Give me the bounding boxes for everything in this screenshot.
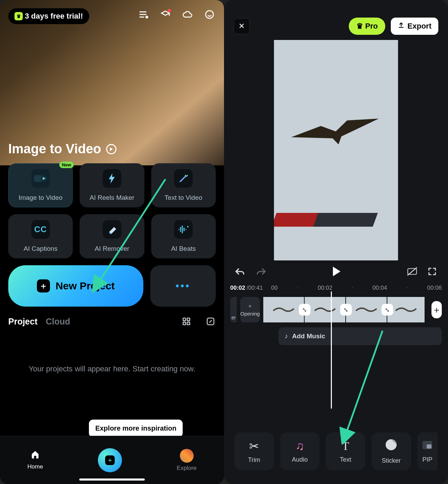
video-preview[interactable]: [274, 40, 398, 260]
close-button[interactable]: ✕: [234, 18, 250, 34]
tray-label: Sticker: [382, 457, 401, 464]
hdr-toggle-button[interactable]: [406, 265, 418, 278]
plus-icon: ＋: [432, 304, 441, 316]
home-icon: [31, 450, 40, 461]
time-current: 00:02: [230, 285, 245, 291]
transition-chip[interactable]: ⤡: [299, 304, 310, 316]
tick: 00: [271, 285, 278, 291]
time-ticks: 00 · 00:02 · 00:04 · 00:06: [264, 285, 442, 291]
more-button[interactable]: •••: [150, 265, 216, 307]
clip-thumb[interactable]: [305, 297, 346, 322]
tray-label: Trim: [248, 456, 260, 464]
tool-image-to-video[interactable]: New Image to Video: [8, 163, 73, 207]
pro-button[interactable]: ♛ Pro: [349, 18, 386, 35]
nav-explore[interactable]: Explore: [177, 449, 197, 472]
hero-title-row[interactable]: Image to Video: [8, 142, 116, 156]
svg-rect-8: [183, 322, 186, 325]
tick-dot: ·: [297, 285, 298, 291]
tool-ai-captions[interactable]: CC AI Captions: [8, 214, 73, 258]
transition-chip[interactable]: ⤡: [340, 304, 352, 316]
tool-ai-beats[interactable]: AI Beats: [151, 214, 216, 258]
tick: 00:04: [373, 285, 387, 291]
transition-chip[interactable]: ⤡: [381, 304, 393, 316]
export-button[interactable]: Export: [391, 18, 438, 35]
tray-trim[interactable]: ✂ Trim: [234, 432, 274, 470]
hero-title: Image to Video: [8, 142, 101, 156]
tray-audio[interactable]: ♫ Audio: [280, 432, 320, 470]
smile-icon[interactable]: [203, 8, 216, 21]
bolt-icon: [103, 169, 121, 188]
new-project-label: New Project: [55, 280, 115, 292]
grid-view-icon[interactable]: [181, 316, 192, 327]
tool-ai-reels[interactable]: AI Reels Maker: [80, 163, 144, 207]
plus-icon: ＋: [37, 279, 50, 292]
svg-rect-9: [187, 322, 190, 325]
crown-icon: ♛: [14, 12, 23, 20]
tool-text-to-video[interactable]: Text to Video: [151, 163, 216, 207]
settings-lines-icon[interactable]: [137, 8, 150, 21]
play-button[interactable]: [330, 265, 343, 278]
pip-icon: [422, 439, 433, 453]
explore-tooltip: Explore more inspiration: [89, 420, 183, 437]
editor-topbar: ✕ ♛ Pro Export: [224, 12, 448, 40]
play-circle-icon: [106, 144, 116, 154]
svg-rect-7: [187, 318, 190, 321]
empty-projects-message: Your projects will appear here. Start cr…: [0, 327, 224, 373]
opening-clip[interactable]: ＋ Opening: [240, 297, 260, 322]
tools-grid: New Image to Video AI Reels Maker Text t…: [0, 163, 224, 258]
clip-stub[interactable]: er: [230, 297, 237, 322]
free-trial-label: 3 days free trial!: [25, 12, 83, 21]
svg-point-4: [187, 175, 188, 176]
tray-label: Audio: [292, 456, 308, 463]
education-icon[interactable]: [159, 8, 172, 21]
tray-text[interactable]: T Text: [326, 432, 365, 470]
tool-ai-remover[interactable]: AI Remover: [80, 214, 144, 258]
new-project-button[interactable]: ＋ New Project: [8, 265, 143, 307]
tool-label: AI Beats: [171, 245, 196, 253]
close-icon: ✕: [238, 22, 245, 31]
edit-square-icon[interactable]: [205, 316, 216, 327]
tick-dot: ·: [352, 285, 353, 291]
tick: 00:02: [318, 285, 333, 291]
opening-label: Opening: [240, 311, 260, 317]
cloud-icon[interactable]: [181, 8, 194, 21]
clip-thumb[interactable]: [263, 297, 305, 322]
tray-pip[interactable]: PIP: [417, 432, 438, 470]
cc-icon: CC: [31, 220, 50, 239]
topbar-icons: [137, 8, 216, 21]
tray-label: Text: [340, 456, 351, 463]
pencil-icon: [174, 169, 193, 188]
clips-row: er ＋ Opening ⤡ ⤡ ⤡: [230, 297, 442, 322]
lower-third-overlay: [274, 209, 373, 227]
fullscreen-button[interactable]: [426, 265, 438, 278]
svg-point-5: [187, 226, 189, 227]
scissors-icon: ✂: [249, 439, 259, 453]
tab-cloud[interactable]: Cloud: [46, 317, 70, 327]
undo-button[interactable]: [234, 265, 246, 278]
tab-project[interactable]: Project: [8, 317, 38, 327]
explore-avatar-icon: [180, 449, 194, 463]
video-track[interactable]: ⤡ ⤡ ⤡: [263, 297, 425, 322]
add-clip-button[interactable]: ＋: [431, 301, 442, 318]
free-trial-pill[interactable]: ♛ 3 days free trial!: [8, 8, 89, 24]
nav-home[interactable]: Home: [28, 450, 43, 470]
player-controls: [224, 260, 448, 278]
beats-icon: [174, 220, 193, 239]
redo-button[interactable]: [255, 265, 267, 278]
playhead[interactable]: [331, 291, 332, 409]
tool-label: AI Remover: [95, 245, 129, 253]
add-music-row[interactable]: ♪ Add Music: [278, 327, 442, 345]
timeline[interactable]: er ＋ Opening ⤡ ⤡ ⤡: [224, 291, 448, 367]
sticker-icon: [385, 439, 397, 454]
tray-sticker[interactable]: Sticker: [371, 432, 411, 470]
svg-rect-2: [34, 175, 42, 182]
projects-tabs: Project Cloud: [0, 307, 224, 327]
clip-thumb[interactable]: [346, 297, 387, 322]
hero: ♛ 3 days free trial! Image to Video: [0, 0, 224, 165]
bottom-nav: Home ＋ Explore: [0, 436, 224, 484]
nav-create-button[interactable]: ＋: [98, 448, 122, 472]
new-project-row: ＋ New Project •••: [0, 258, 224, 307]
play-icon: [333, 267, 340, 276]
export-label: Export: [407, 22, 431, 31]
timeline-header: 00:02 /00:41 00 · 00:02 · 00:04 · 00:06: [224, 278, 448, 291]
